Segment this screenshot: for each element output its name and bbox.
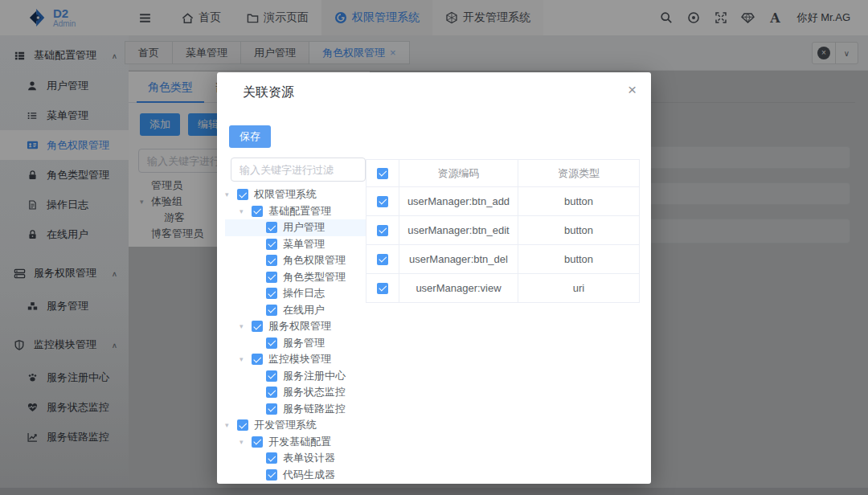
table-row[interactable]: userManager:btn_del button [366,245,639,274]
tree-node[interactable]: ▾菜单管理 [225,236,366,253]
table-row[interactable]: userManager:btn_add button [366,187,639,216]
app-root: D2 Admin 首页 演示页面 [0,0,868,495]
save-button[interactable]: 保存 [229,125,271,148]
tree-node[interactable]: ▾服务链路监控 [225,401,366,418]
column-header-resource-type: 资源类型 [518,160,639,186]
tree-node[interactable]: ▾基础配置管理 [225,203,366,220]
tree-node[interactable]: ▾服务状态监控 [225,384,366,401]
checkbox-checked[interactable] [252,321,263,332]
tree-node[interactable]: ▾开发基础配置 [225,434,366,451]
resource-code-cell: userManager:btn_edit [399,216,518,244]
row-checkbox[interactable] [377,196,388,207]
table-row[interactable]: userManager:view uri [366,274,639,303]
checkbox-checked[interactable] [266,403,277,415]
caret-down-icon[interactable]: ▾ [225,421,237,429]
checkbox-checked[interactable] [266,288,277,299]
select-all-checkbox[interactable] [377,168,388,179]
caret-down-icon[interactable]: ▾ [240,207,252,215]
resource-code-cell: userManager:btn_add [399,187,518,215]
checkbox-checked[interactable] [266,239,277,250]
resource-type-cell: button [518,245,639,273]
checkbox-checked[interactable] [266,338,277,349]
checkbox-checked[interactable] [266,370,277,382]
tree-node[interactable]: ▾监控模块管理 [225,351,366,368]
tree-node[interactable]: ▾服务权限管理 [225,318,366,335]
caret-down-icon[interactable]: ▾ [225,190,237,198]
resource-filter-input[interactable] [231,158,366,182]
checkbox-checked[interactable] [252,206,263,217]
table-row[interactable]: userManager:btn_edit button [366,216,639,245]
resource-type-cell: uri [518,274,639,302]
resource-type-cell: button [518,216,639,244]
caret-down-icon[interactable]: ▾ [240,438,252,446]
tree-node[interactable]: ▾开发管理系统 [225,417,366,434]
tree-node[interactable]: ▾服务管理 [225,335,366,352]
checkbox-checked[interactable] [266,452,277,464]
tree-node[interactable]: ▾在线用户 [225,302,366,319]
checkbox-checked[interactable] [266,272,277,283]
resource-tree: ▾权限管理系统 ▾基础配置管理 ▾用户管理 ▾菜单管理 ▾角色权限管理 ▾角色类… [225,186,366,483]
tree-node[interactable]: ▾服务注册中心 [225,368,366,385]
tree-node[interactable]: ▾操作日志 [225,285,366,302]
caret-down-icon[interactable]: ▾ [240,322,252,330]
checkbox-checked[interactable] [266,255,277,266]
checkbox-checked[interactable] [266,222,277,233]
tree-node[interactable]: ▾角色权限管理 [225,252,366,269]
resource-code-cell: userManager:btn_del [399,245,518,273]
row-checkbox[interactable] [377,254,388,265]
tree-node[interactable]: ▾代码生成器 [225,467,366,484]
checkbox-checked[interactable] [266,387,277,398]
resource-code-cell: userManager:view [399,274,518,302]
resource-table: 资源编码 资源类型 userManager:btn_add button use… [366,159,640,303]
checkbox-checked[interactable] [266,469,277,481]
tree-node-current[interactable]: ▾用户管理 [225,219,366,236]
column-header-resource-code: 资源编码 [399,160,518,186]
tree-node[interactable]: ▾角色类型管理 [225,269,366,286]
tree-node[interactable]: ▾表单设计器 [225,450,366,467]
row-checkbox[interactable] [377,225,388,236]
checkbox-checked[interactable] [237,419,248,431]
checkbox-checked[interactable] [266,305,277,316]
dialog-title: 关联资源 [243,84,294,101]
caret-down-icon[interactable]: ▾ [240,355,252,363]
resource-type-cell: button [518,187,639,215]
dialog-close-icon[interactable]: × [628,82,637,97]
associate-resource-dialog: 关联资源 × 保存 ▾权限管理系统 ▾基础配置管理 ▾用户管理 ▾菜单管理 ▾角… [217,72,651,484]
row-checkbox[interactable] [377,283,388,294]
tree-node[interactable]: ▾权限管理系统 [225,186,366,203]
checkbox-checked[interactable] [252,436,263,448]
checkbox-checked[interactable] [252,354,263,365]
table-header-row: 资源编码 资源类型 [366,160,639,187]
checkbox-checked[interactable] [237,189,248,200]
